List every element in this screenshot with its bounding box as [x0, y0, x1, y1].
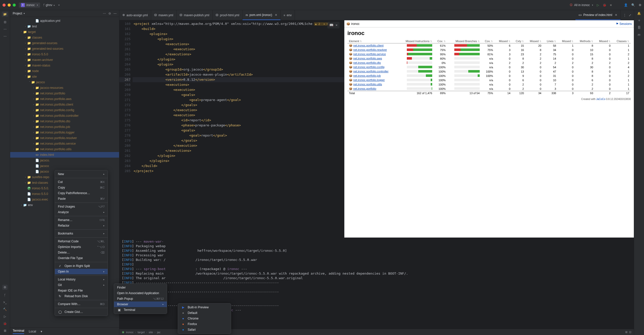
tree-item[interactable]: ˅site	[10, 74, 119, 79]
menu-item[interactable]: Compare With…⌘D	[55, 301, 108, 307]
fullscreen-window-button[interactable]	[13, 4, 16, 7]
project-tool-button[interactable]: 📁	[2, 12, 8, 17]
table-header[interactable]: Element	[347, 39, 398, 43]
package-link[interactable]: net.ironoc.portfolio.utils	[353, 83, 382, 86]
tree-item[interactable]: ›net.ironoc.portfolio.config	[10, 107, 119, 113]
terminal-tab[interactable]: Terminal	[13, 329, 24, 334]
stop-button[interactable]: ■	[610, 3, 612, 7]
build-tool-button[interactable]: 🔨	[3, 308, 7, 311]
tree-item[interactable]: ˅jacoco	[10, 79, 119, 85]
database-tool-button[interactable]: 🗄	[638, 26, 641, 29]
commit-tool-button[interactable]: ⊟	[4, 20, 6, 24]
package-link[interactable]: net.ironoc.portfolio.client	[353, 44, 383, 47]
tree-item[interactable]: jacoco	[10, 163, 119, 169]
run-button[interactable]: ▷	[597, 3, 599, 7]
menu-item[interactable]: Copy Path/Reference…	[55, 190, 108, 196]
git-tool-button[interactable]: ᚶ	[4, 293, 6, 297]
code-with-me-icon[interactable]: 👤	[624, 3, 628, 7]
package-link[interactable]: net.ironoc.portfolio.dto	[353, 61, 381, 64]
package-link[interactable]: net.ironoc.portfolio.aws	[353, 57, 382, 60]
package-link[interactable]: net.ironoc.portfolio.logger	[353, 78, 385, 81]
editor-tab[interactable]: ≡env	[281, 10, 295, 20]
open-in-submenu[interactable]: FinderOpen In Associated ApplicationPath…	[114, 283, 167, 314]
run-tool-button[interactable]: ▷	[4, 315, 6, 318]
ai-tool-button[interactable]: ✧	[638, 19, 640, 22]
table-header[interactable]: Missed	[495, 39, 512, 43]
tree-item[interactable]: ›net.ironoc.portfolio.logger	[10, 130, 119, 135]
tree-item[interactable]: ›test	[10, 24, 119, 29]
menu-item[interactable]: ▶Built-in Preview	[178, 305, 231, 310]
local-tab[interactable]: Local	[29, 330, 36, 333]
menu-item[interactable]: Rename…⇧F6	[55, 217, 108, 223]
table-header[interactable]: Missed Branches	[447, 39, 481, 43]
menu-item[interactable]: Copy⌘C	[55, 185, 108, 190]
tree-item[interactable]: ›generated-sources	[10, 40, 119, 46]
menu-item[interactable]: Finder	[114, 285, 167, 290]
search-everywhere-icon[interactable]: 🔍	[631, 3, 635, 7]
table-header[interactable]: Lines	[543, 39, 558, 43]
expand-icon[interactable]: ⤢	[629, 13, 631, 17]
project-widget[interactable]: I ironoc ▾	[19, 3, 40, 8]
tree-item[interactable]: ›ironoc-5.5.0	[10, 52, 119, 57]
menu-item[interactable]: Open In Associated Application	[114, 290, 167, 296]
menu-item[interactable]: Refactor▸	[55, 223, 108, 228]
editor-tab[interactable]: ⚙auto-assign.yml	[119, 10, 151, 20]
menu-item[interactable]: ●Safari	[178, 327, 231, 332]
menu-item[interactable]: ▣Terminal	[114, 307, 167, 313]
tree-item[interactable]: ›maven-status	[10, 63, 119, 68]
problems-tool-button[interactable]: ⊞	[4, 329, 6, 332]
minimize-window-button[interactable]	[8, 4, 11, 7]
vcs-branch-widget[interactable]: ᚶ ghnv ▾	[43, 3, 55, 7]
close-icon[interactable]: ✕	[335, 23, 337, 28]
crumb[interactable]: ironoc	[126, 331, 134, 334]
menu-item[interactable]: ●Firefox	[178, 321, 231, 327]
table-header[interactable]: Missed Instructions	[398, 39, 434, 43]
notifications-tool-button[interactable]: 🔔	[637, 12, 641, 15]
package-link[interactable]: net.ironoc.portfolio.config	[353, 65, 384, 69]
tree-item[interactable]: ›net.ironoc.portfolio	[10, 91, 119, 96]
package-link[interactable]: net.ironoc.portfolio.controller	[353, 70, 389, 73]
hide-icon[interactable]: —	[114, 12, 117, 15]
menu-item[interactable]: Reformat Code⌥⌘L	[55, 239, 108, 244]
menu-item[interactable]: New▸	[55, 171, 108, 177]
crumb[interactable]: site	[149, 331, 153, 334]
jacoco-link[interactable]: JaCoCo	[596, 98, 605, 100]
more-tool-button[interactable]: ⋯	[4, 35, 7, 38]
tree-item[interactable]: ›net.ironoc.portfolio.aws	[10, 96, 119, 102]
editor-tab[interactable]: Ⓜmaven.yml	[151, 10, 176, 20]
tree-item[interactable]: ›classes	[10, 35, 119, 40]
settings-icon[interactable]: ⚙	[639, 3, 641, 7]
tree-item[interactable]: ›net.ironoc.portfolio.job	[10, 124, 119, 130]
menu-item[interactable]: Analyze▸	[55, 209, 108, 215]
tree-item[interactable]: ›jacoco-resources	[10, 85, 119, 91]
encoding-icon[interactable]: ⊞	[625, 330, 627, 334]
package-link[interactable]: net.ironoc.portfolio.job	[353, 74, 381, 77]
table-header[interactable]: Missed	[525, 39, 543, 43]
debug-tool-button[interactable]: 🐞	[3, 322, 7, 325]
menu-item[interactable]: Browser▸	[114, 302, 167, 307]
tree-item[interactable]: ›net.ironoc.portfolio.client	[10, 102, 119, 107]
sessions-link[interactable]: ⚑ Sessions	[616, 22, 632, 26]
menu-item[interactable]: Optimize Imports⌃⌥O	[55, 244, 108, 250]
menu-item[interactable]: ●Default	[178, 310, 231, 316]
menu-item[interactable]: Local History▸	[55, 277, 108, 282]
tree-item[interactable]: ˅target	[10, 29, 119, 35]
menu-item[interactable]: Delete…⌫	[55, 250, 108, 255]
table-header[interactable]: Missed	[558, 39, 575, 43]
package-link[interactable]: net.ironoc.portfolio.resolver	[353, 48, 387, 51]
menu-item[interactable]: Path Popup⌥⌘F12	[114, 296, 167, 302]
chevron-down-icon[interactable]: ▾	[24, 12, 25, 15]
tree-item[interactable]: ›net.ironoc.portfolio.resolver	[10, 135, 119, 141]
file-context-menu[interactable]: New▸Cut⌘XCopy⌘CCopy Path/Reference…Paste…	[55, 170, 108, 316]
preview-tab[interactable]: <>Preview of index.html✕	[575, 10, 621, 20]
table-header[interactable]: Cov.	[434, 39, 447, 43]
table-header[interactable]: Missed	[595, 39, 612, 43]
structure-tool-button[interactable]: ⋯	[4, 27, 7, 31]
menu-item[interactable]: Open In▸	[55, 269, 108, 274]
terminal-tool-button[interactable]: >_	[3, 300, 7, 304]
code-editor[interactable]: 1601611622252332612622632642652662672682…	[119, 20, 344, 238]
editor-inlay-hints[interactable]: 📖 ✕	[327, 22, 340, 28]
tree-item[interactable]: ›net.ironoc.portfolio.utils	[10, 146, 119, 152]
table-header[interactable]: Classes	[612, 39, 631, 43]
crumb[interactable]: jac	[157, 331, 160, 334]
